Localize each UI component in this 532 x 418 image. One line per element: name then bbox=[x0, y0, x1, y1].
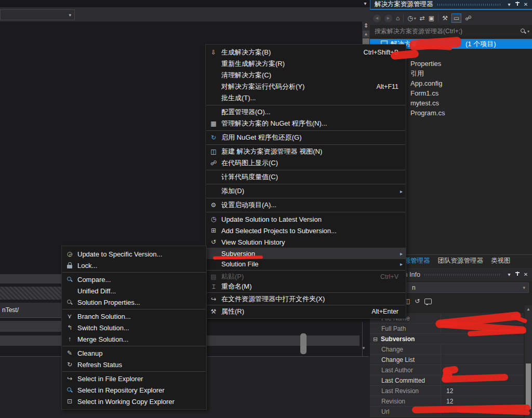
menu-item-merge-solution[interactable]: ↑Merge Solution... bbox=[62, 333, 206, 345]
tab-class-view[interactable]: 类视图 bbox=[491, 257, 511, 265]
collapse-icon[interactable]: ⊟ bbox=[373, 336, 379, 343]
comment-icon[interactable] bbox=[424, 299, 432, 304]
menu-item-set-startup-projects[interactable]: ⚙设置启动项目(A)... bbox=[206, 199, 406, 211]
menu-item-add-selected-projects-to-subversion[interactable]: ⊞Add Selected Projects to Subversion... bbox=[206, 225, 406, 236]
menu-item-configuration-manager[interactable]: 配置管理器(O)... bbox=[206, 106, 406, 118]
window-position-icon[interactable]: ▾ bbox=[505, 2, 513, 7]
home-icon[interactable]: ⌂ bbox=[396, 15, 400, 22]
menu-item-view-solution-history[interactable]: ↺View Solution History bbox=[206, 236, 406, 248]
sync-with-active-document-icon[interactable]: ☍ bbox=[465, 15, 471, 22]
tab-team-explorer[interactable]: 团队资源管理器 bbox=[438, 257, 484, 265]
menu-item-open-folder-in-file-explorer[interactable]: ↪在文件资源管理器中打开文件夹(X) bbox=[206, 294, 406, 304]
chevron-down-icon: ▾ bbox=[414, 16, 416, 21]
menu-item-select-in-working-copy-explorer[interactable]: ⊡Select in Working Copy Explorer bbox=[62, 396, 206, 407]
merge-icon: ↑ bbox=[62, 335, 77, 343]
build-icon: ⇩ bbox=[206, 49, 221, 56]
menu-item-label: 配置管理器(O)... bbox=[221, 107, 271, 117]
svn-add-icon: ⊞ bbox=[206, 227, 221, 234]
scrollbar-thumb[interactable] bbox=[526, 363, 531, 409]
toolbar-separator bbox=[403, 14, 404, 22]
menu-item-shortcut: Ctrl+V bbox=[380, 273, 398, 280]
pending-changes-icon[interactable]: ◷▾ bbox=[407, 15, 416, 22]
menu-item-select-in-repository-explorer[interactable]: Select in Repository Explorer bbox=[62, 384, 206, 396]
new-view-icon: ◫ bbox=[206, 148, 221, 155]
menu-item-calculate-code-metrics[interactable]: 计算代码度量值(C) bbox=[206, 171, 406, 183]
property-row-last-revision[interactable]: Last Revision12 bbox=[370, 386, 524, 396]
chevron-down-icon[interactable]: ▾ bbox=[361, 0, 370, 7]
forward-icon[interactable]: ▶ bbox=[384, 15, 392, 22]
menu-item-enable-nuget-restore[interactable]: ↻启用 NuGet 程序包还原(G) bbox=[206, 132, 406, 143]
menu-item-cleanup[interactable]: ✎Cleanup bbox=[62, 347, 206, 359]
menu-item-update-to-specific-version[interactable]: ◶Update to Specific Version... bbox=[62, 248, 206, 260]
history-icon: ↺ bbox=[206, 238, 221, 246]
menu-item-label: Refresh Status bbox=[77, 361, 122, 369]
subversion-submenu: ◶Update to Specific Version...Lock...Com… bbox=[61, 246, 207, 410]
menu-item-label: 启用 NuGet 程序包还原(G) bbox=[221, 133, 302, 142]
property-row-subversion[interactable]: ⊟Subversion bbox=[370, 334, 524, 344]
mag-blue-icon bbox=[62, 276, 77, 282]
collapse-all-icon[interactable]: ▣ bbox=[429, 15, 434, 22]
menu-item-label: View Solution History bbox=[221, 238, 285, 246]
submenu-arrow-icon: ▸ bbox=[400, 188, 403, 194]
titlebar-grip bbox=[437, 4, 501, 6]
back-icon[interactable]: ◀ bbox=[373, 15, 381, 22]
menu-item-refresh-status[interactable]: ↻Refresh Status bbox=[62, 359, 206, 370]
menu-item-manage-nuget-packages[interactable]: ▦管理解决方案的 NuGet 程序包(N)... bbox=[206, 118, 406, 129]
open-folder-icon: ↪ bbox=[206, 295, 221, 303]
menu-item-show-on-code-map[interactable]: ☍在代码图上显示(C) bbox=[206, 157, 406, 169]
close-icon[interactable]: ✕ bbox=[522, 2, 530, 7]
panel-title: 解决方案资源管理器 bbox=[375, 0, 433, 9]
menu-item-solution-file[interactable]: Solution File▸ bbox=[206, 259, 406, 269]
pin-icon[interactable] bbox=[513, 1, 522, 8]
properties-icon[interactable]: ⚒ bbox=[442, 15, 448, 22]
solution-explorer-titlebar[interactable]: 解决方案资源管理器 ▾ ✕ bbox=[370, 0, 532, 10]
close-icon[interactable]: ✕ bbox=[522, 272, 530, 277]
menu-item-compare[interactable]: Compare... bbox=[62, 274, 206, 285]
editor-combobox[interactable]: ▾ bbox=[0, 9, 75, 20]
menu-item-rebuild-solution[interactable]: 重新生成解决方案(R) bbox=[206, 58, 406, 70]
chevron-down-icon[interactable]: ▾ bbox=[527, 29, 529, 34]
menu-item-properties[interactable]: ⚒属性(R)Alt+Enter bbox=[206, 306, 406, 316]
menu-item-solution-properties[interactable]: Solution Properties... bbox=[62, 296, 206, 308]
scroll-up-icon[interactable]: ▲ bbox=[363, 31, 369, 37]
menu-item-batch-build[interactable]: 批生成(T)... bbox=[206, 92, 406, 104]
menu-item-rename[interactable]: ⌶重命名(M) bbox=[206, 281, 406, 291]
menu-item-add[interactable]: 添加(D)▸ bbox=[206, 185, 406, 197]
sync-icon[interactable]: ⇄ bbox=[420, 15, 425, 22]
menu-item-label: 属性(R) bbox=[221, 307, 244, 316]
solution-label-suffix: (1 个项目) bbox=[466, 39, 496, 49]
show-all-files-icon[interactable]: ▭ bbox=[451, 14, 461, 23]
window-position-icon[interactable]: ▾ bbox=[505, 272, 513, 277]
menu-item-build-solution[interactable]: ⇩生成解决方案(B)Ctrl+Shift+B bbox=[206, 47, 406, 58]
menu-item-label: Solution File bbox=[221, 260, 259, 268]
branch-icon: ⋎ bbox=[62, 313, 77, 320]
lock-icon bbox=[62, 262, 77, 268]
menu-item-lock[interactable]: Lock... bbox=[62, 260, 206, 271]
scrollbar-thumb[interactable] bbox=[300, 333, 307, 354]
pin-icon[interactable] bbox=[513, 271, 522, 278]
menu-item-switch-solution[interactable]: ↰Switch Solution... bbox=[62, 322, 206, 333]
menu-item-label: 设置启动项目(A)... bbox=[221, 200, 276, 210]
scroll-up-icon[interactable]: ▲ bbox=[525, 306, 532, 313]
menu-separator bbox=[206, 105, 405, 105]
menu-item-unified-diff[interactable]: Unified Diff... bbox=[62, 285, 206, 296]
menu-item-subversion[interactable]: Subversion▸ bbox=[206, 248, 406, 259]
menu-item-run-code-analysis[interactable]: 对解决方案运行代码分析(Y)Alt+F11 bbox=[206, 81, 406, 92]
screen: ▾ ▾ ⇕ ▲ nTest/ ▼ 解决方案资源管理器 ▾ ✕ ◀▶⌂◷▾⇄▣⚒▭… bbox=[0, 0, 532, 418]
menu-item-select-in-file-explorer[interactable]: ↪Select in File Explorer bbox=[62, 373, 206, 384]
menu-item-update-solution-to-latest[interactable]: ◷Update Solution to Latest Version bbox=[206, 213, 406, 225]
scroll-down-icon[interactable]: ▼ bbox=[360, 345, 367, 352]
splitter-handle-icon[interactable]: ⇕ bbox=[362, 22, 370, 30]
search-icon[interactable] bbox=[520, 28, 526, 34]
property-row-change[interactable]: Change bbox=[370, 344, 524, 355]
menu-separator bbox=[62, 371, 206, 372]
menu-item-branch-solution[interactable]: ⋎Branch Solution... bbox=[62, 311, 206, 322]
search-input[interactable]: 搜索解决方案资源管理器(Ctrl+;) ▾ bbox=[370, 25, 532, 37]
menu-item-label: Select in Repository Explorer bbox=[77, 386, 165, 394]
menu-separator bbox=[62, 272, 206, 273]
property-row-change-list[interactable]: Change List bbox=[370, 355, 524, 365]
menu-item-new-solution-explorer-view[interactable]: ◫新建 解决方案资源管理器 视图(N) bbox=[206, 146, 406, 157]
history-icon[interactable]: ↺ bbox=[415, 298, 420, 305]
menu-item-clean-solution[interactable]: 清理解决方案(C) bbox=[206, 70, 406, 81]
menu-item-shortcut: Alt+F11 bbox=[377, 83, 399, 90]
